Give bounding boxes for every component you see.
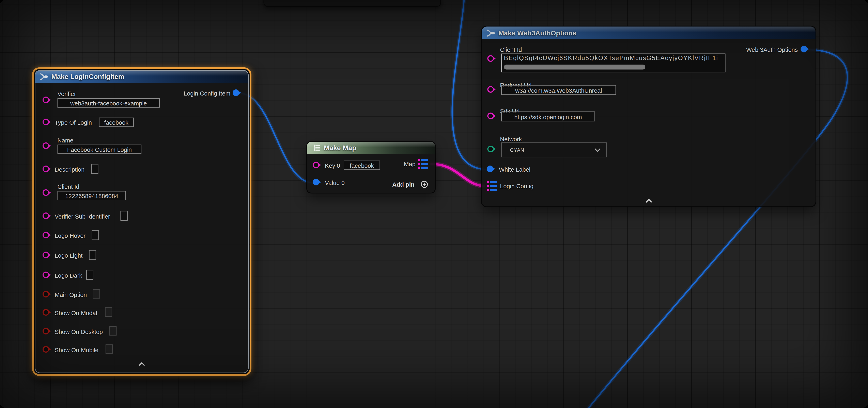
node-make-web3authoptions[interactable]: Make Web3AuthOptions Web 3Auth Options C… bbox=[482, 27, 815, 206]
input-pin-network[interactable] bbox=[487, 146, 494, 152]
field-label-value0: Value 0 bbox=[325, 179, 345, 186]
collapse-chevron-icon[interactable] bbox=[138, 362, 145, 367]
make-struct-icon bbox=[39, 73, 48, 80]
output-pin-label: Login Config Item bbox=[175, 90, 230, 97]
make-struct-icon bbox=[486, 29, 495, 37]
node-make-map[interactable]: Make Map Key 0 facebook Value 0 Map Add … bbox=[307, 142, 435, 193]
add-pin-icon[interactable] bbox=[421, 180, 428, 188]
map-pin-icon[interactable] bbox=[418, 159, 428, 169]
node-header-make-map[interactable]: Make Map bbox=[307, 142, 435, 154]
text-input-client-id[interactable]: 1222658941886084 bbox=[58, 191, 126, 200]
field-label-type-of-login: Type Of Login bbox=[55, 118, 92, 126]
output-pin-label-map: Map bbox=[394, 160, 415, 168]
input-pin-type-of-login[interactable] bbox=[42, 118, 49, 125]
field-label-show-on-mobile: Show On Mobile bbox=[55, 346, 98, 354]
text-input-client-id[interactable]: BEglQSgt4cUWcj6SKRdu5QkOXTsePmMcusG5EAoy… bbox=[501, 54, 725, 72]
network-selected-value: CYAN bbox=[510, 147, 524, 152]
text-input-logo-hover[interactable] bbox=[92, 230, 99, 240]
input-pin-show-on-desktop[interactable] bbox=[42, 328, 49, 335]
node-header-make-web3authoptions[interactable]: Make Web3AuthOptions bbox=[482, 27, 815, 39]
field-label-login-config: Login Config bbox=[500, 182, 533, 190]
collapse-chevron-icon[interactable] bbox=[645, 199, 652, 203]
network-dropdown[interactable]: CYAN bbox=[501, 142, 607, 158]
input-pin-logo-hover[interactable] bbox=[42, 232, 49, 238]
chevron-down-icon bbox=[594, 148, 600, 152]
horizontal-scrollbar[interactable] bbox=[504, 65, 645, 70]
field-label-verifier: Verifier bbox=[58, 90, 76, 98]
checkbox-show-on-modal[interactable] bbox=[105, 307, 112, 317]
input-pin-verifier[interactable] bbox=[42, 97, 49, 103]
partial-node-top-edge[interactable] bbox=[264, 0, 441, 7]
output-pin-web3auth-options[interactable] bbox=[801, 46, 807, 53]
input-pin-show-on-mobile[interactable] bbox=[42, 346, 49, 353]
input-pin-show-on-modal[interactable] bbox=[42, 309, 49, 316]
node-title: Make LoginConfigItem bbox=[52, 73, 124, 80]
field-label-verifier-sub-identifier: Verifier Sub Identifier bbox=[55, 212, 110, 220]
input-pin-value0[interactable] bbox=[313, 179, 319, 185]
checkbox-main-option[interactable] bbox=[93, 289, 100, 299]
input-pin-main-option[interactable] bbox=[42, 291, 49, 298]
checkbox-show-on-desktop[interactable] bbox=[110, 326, 117, 336]
blueprint-graph-viewport[interactable]: Make LoginConfigItem Login Config Item V… bbox=[0, 0, 868, 408]
text-input-name[interactable]: Facebook Custom Login bbox=[58, 144, 142, 154]
text-input-logo-dark[interactable] bbox=[86, 270, 93, 280]
text-input-redirect-url[interactable]: w3a://com.w3a.Web3AuthUnreal bbox=[501, 85, 616, 95]
field-label-key0: Key 0 bbox=[325, 162, 340, 169]
input-pin-verifier-sub-identifier[interactable] bbox=[42, 212, 49, 219]
input-pin-description[interactable] bbox=[42, 166, 49, 172]
field-label-client-id: Client Id bbox=[58, 183, 80, 191]
input-pin-logo-dark[interactable] bbox=[42, 272, 49, 278]
node-make-loginconfigitem[interactable]: Make LoginConfigItem Login Config Item V… bbox=[35, 70, 249, 373]
input-pin-sdk-url[interactable] bbox=[487, 112, 494, 119]
field-label-name: Name bbox=[58, 136, 73, 144]
field-label-show-on-modal: Show On Modal bbox=[55, 309, 97, 317]
checkbox-show-on-mobile[interactable] bbox=[105, 344, 113, 354]
text-input-logo-light[interactable] bbox=[89, 250, 96, 260]
text-input-description[interactable] bbox=[91, 164, 98, 174]
text-input-sdk-url[interactable]: https://sdk.openlogin.com bbox=[501, 111, 595, 122]
field-label-client-id: Client Id bbox=[500, 46, 522, 54]
field-label-logo-hover: Logo Hover bbox=[55, 232, 86, 239]
field-label-logo-light: Logo Light bbox=[55, 251, 83, 259]
add-pin-label[interactable]: Add pin bbox=[392, 181, 414, 188]
field-label-network: Network bbox=[500, 135, 522, 143]
input-pin-key0[interactable] bbox=[313, 162, 319, 168]
input-pin-client-id[interactable] bbox=[42, 189, 49, 196]
node-header-make-loginconfigitem[interactable]: Make LoginConfigItem bbox=[35, 70, 249, 83]
field-label-main-option: Main Option bbox=[55, 291, 87, 299]
text-input-verifier[interactable]: web3auth-facebook-example bbox=[58, 98, 160, 107]
text-input-type-of-login[interactable]: facebook bbox=[99, 117, 134, 127]
input-pin-name[interactable] bbox=[42, 142, 49, 149]
field-label-show-on-desktop: Show On Desktop bbox=[55, 328, 103, 336]
input-pin-white-label[interactable] bbox=[487, 166, 493, 172]
input-pin-client-id[interactable] bbox=[487, 55, 494, 62]
field-label-description: Description bbox=[55, 166, 85, 173]
node-title: Make Map bbox=[324, 144, 356, 152]
output-pin-login-config-item[interactable] bbox=[232, 90, 239, 96]
text-input-key0[interactable]: facebook bbox=[344, 161, 380, 170]
output-pin-label: Web 3Auth Options bbox=[732, 46, 798, 54]
graph-grid-canvas[interactable]: Make LoginConfigItem Login Config Item V… bbox=[0, 0, 868, 408]
node-title: Make Web3AuthOptions bbox=[498, 29, 577, 37]
input-pin-redirect-url[interactable] bbox=[487, 86, 494, 93]
field-label-logo-dark: Logo Dark bbox=[55, 272, 82, 279]
field-label-white-label: White Label bbox=[499, 166, 530, 173]
make-map-icon bbox=[312, 144, 320, 152]
input-pin-logo-light[interactable] bbox=[42, 251, 49, 258]
wire-loginconfigitem-to-value0[interactable] bbox=[239, 93, 313, 183]
input-pin-login-config-map-icon[interactable] bbox=[487, 181, 497, 191]
text-input-verifier-sub-identifier[interactable] bbox=[120, 211, 127, 221]
